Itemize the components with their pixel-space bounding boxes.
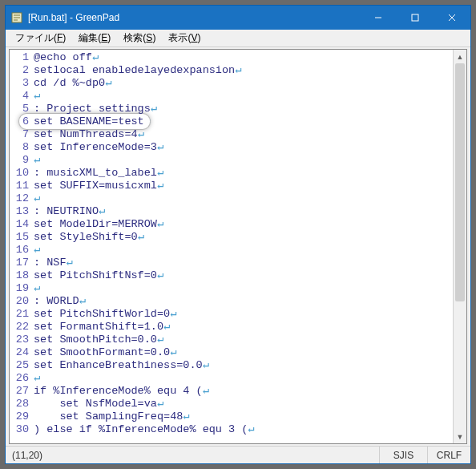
encoding-indicator[interactable]: SJIS bbox=[379, 447, 427, 463]
line-number: 25 bbox=[10, 359, 34, 372]
code-line[interactable]: 12↵ bbox=[10, 192, 453, 205]
code-line[interactable]: 17: NSF↵ bbox=[10, 257, 453, 269]
line-text: set FormantShift=1.0 bbox=[34, 321, 163, 334]
code-line[interactable]: 9↵ bbox=[10, 154, 453, 167]
code-line[interactable]: 19↵ bbox=[10, 282, 453, 295]
newline-mark-icon: ↵ bbox=[34, 154, 40, 167]
menu-file[interactable]: ファイル(F) bbox=[9, 30, 72, 46]
newline-mark-icon: ↵ bbox=[235, 64, 241, 77]
code-line[interactable]: 27if %InferenceMode% equ 4 (↵ bbox=[10, 385, 453, 398]
line-text: set SmoothFormant=0.0 bbox=[34, 346, 170, 359]
code-line[interactable]: 26↵ bbox=[10, 372, 453, 385]
newline-mark-icon: ↵ bbox=[138, 231, 144, 244]
newline-mark-icon: ↵ bbox=[157, 180, 163, 192]
line-number: 26 bbox=[10, 372, 34, 385]
scroll-down-button[interactable]: ▼ bbox=[454, 430, 466, 443]
line-text: : Project settings bbox=[34, 103, 151, 115]
newline-mark-icon: ↵ bbox=[105, 77, 111, 90]
code-line[interactable]: 5: Project settings↵ bbox=[10, 103, 453, 115]
close-button[interactable] bbox=[434, 6, 470, 30]
line-text: : WORLD bbox=[34, 295, 79, 308]
newline-mark-icon: ↵ bbox=[203, 359, 209, 372]
newline-mark-icon: ↵ bbox=[157, 398, 163, 410]
line-text: cd /d %~dp0 bbox=[34, 77, 105, 90]
newline-mark-icon: ↵ bbox=[34, 90, 40, 103]
code-line[interactable]: 30) else if %InferenceMode% equ 3 (↵ bbox=[10, 423, 453, 436]
line-number: 30 bbox=[10, 423, 34, 436]
line-number: 13 bbox=[10, 205, 34, 218]
statusbar: (11,20) SJIS CRLF bbox=[6, 446, 470, 463]
line-text: ) else if %InferenceMode% equ 3 ( bbox=[34, 423, 248, 436]
scroll-up-button[interactable]: ▲ bbox=[454, 50, 466, 63]
line-number: 14 bbox=[10, 218, 34, 231]
newline-mark-icon: ↵ bbox=[157, 141, 163, 154]
text-editor[interactable]: 1@echo off↵2setlocal enabledelayedexpans… bbox=[10, 50, 453, 443]
newline-mark-icon: ↵ bbox=[157, 218, 163, 231]
code-line[interactable]: 2setlocal enabledelayedexpansion↵ bbox=[10, 64, 453, 77]
newline-mark-icon: ↵ bbox=[157, 269, 163, 282]
code-line[interactable]: 24set SmoothFormant=0.0↵ bbox=[10, 346, 453, 359]
code-line[interactable]: 1@echo off↵ bbox=[10, 51, 453, 64]
newline-mark-icon: ↵ bbox=[170, 346, 176, 359]
menu-view[interactable]: 表示(V) bbox=[162, 30, 207, 46]
newline-mark-icon: ↵ bbox=[157, 334, 163, 346]
line-number: 24 bbox=[10, 346, 34, 359]
minimize-button[interactable] bbox=[360, 6, 397, 30]
code-line[interactable]: 4↵ bbox=[10, 90, 453, 103]
code-line[interactable]: 6set BASENAME=test↵ bbox=[10, 115, 453, 128]
code-line[interactable]: 10: musicXML_to_label↵ bbox=[10, 167, 453, 180]
code-line[interactable]: 28 set NsfModel=va↵ bbox=[10, 398, 453, 410]
newline-mark-icon: ↵ bbox=[34, 244, 40, 257]
code-line[interactable]: 25set EnhanceBreathiness=0.0↵ bbox=[10, 359, 453, 372]
newline-mark-icon: ↵ bbox=[203, 385, 209, 398]
line-number: 7 bbox=[10, 128, 34, 141]
code-line[interactable]: 11set SUFFIX=musicxml↵ bbox=[10, 180, 453, 192]
newline-mark-icon: ↵ bbox=[34, 282, 40, 295]
line-text: set PitchShiftNsf=0 bbox=[34, 269, 157, 282]
line-number: 3 bbox=[10, 77, 34, 90]
line-number: 21 bbox=[10, 308, 34, 321]
code-line[interactable]: 23set SmoothPitch=0.0↵ bbox=[10, 334, 453, 346]
window-controls bbox=[360, 6, 470, 30]
line-text: set SUFFIX=musicxml bbox=[34, 180, 157, 192]
line-text: if %InferenceMode% equ 4 ( bbox=[34, 385, 203, 398]
code-line[interactable]: 18set PitchShiftNsf=0↵ bbox=[10, 269, 453, 282]
newline-mark-icon: ↵ bbox=[144, 115, 151, 128]
line-text: setlocal enabledelayedexpansion bbox=[34, 64, 235, 77]
code-line[interactable]: 20: WORLD↵ bbox=[10, 295, 453, 308]
code-line[interactable]: 3cd /d %~dp0↵ bbox=[10, 77, 453, 90]
newline-mark-icon: ↵ bbox=[163, 321, 170, 334]
svg-rect-5 bbox=[412, 14, 418, 21]
line-number: 18 bbox=[10, 269, 34, 282]
newline-mark-icon: ↵ bbox=[79, 295, 86, 308]
code-line[interactable]: 8set InferenceMode=3↵ bbox=[10, 141, 453, 154]
line-number: 11 bbox=[10, 180, 34, 192]
newline-mark-icon: ↵ bbox=[34, 372, 40, 385]
line-text: @echo off bbox=[34, 51, 92, 64]
code-line[interactable]: 21set PitchShiftWorld=0↵ bbox=[10, 308, 453, 321]
code-line[interactable]: 7set NumThreads=4↵ bbox=[10, 128, 453, 141]
scroll-track[interactable] bbox=[454, 63, 466, 430]
line-number: 5 bbox=[10, 103, 34, 115]
eol-indicator[interactable]: CRLF bbox=[427, 447, 470, 463]
menu-edit[interactable]: 編集(E) bbox=[72, 30, 117, 46]
code-line[interactable]: 15set StyleShift=0↵ bbox=[10, 231, 453, 244]
newline-mark-icon: ↵ bbox=[170, 308, 176, 321]
code-line[interactable]: 13: NEUTRINO↵ bbox=[10, 205, 453, 218]
line-text: : musicXML_to_label bbox=[34, 167, 157, 180]
line-number: 22 bbox=[10, 321, 34, 334]
scroll-thumb[interactable] bbox=[455, 63, 465, 301]
code-line[interactable]: 22set FormantShift=1.0↵ bbox=[10, 321, 453, 334]
maximize-button[interactable] bbox=[397, 6, 434, 30]
line-number: 8 bbox=[10, 141, 34, 154]
line-number: 19 bbox=[10, 282, 34, 295]
code-line[interactable]: 14set ModelDir=MERROW↵ bbox=[10, 218, 453, 231]
vertical-scrollbar[interactable]: ▲ ▼ bbox=[453, 50, 466, 443]
line-number: 16 bbox=[10, 244, 34, 257]
line-number: 27 bbox=[10, 385, 34, 398]
code-line[interactable]: 16↵ bbox=[10, 244, 453, 257]
line-text: : NEUTRINO bbox=[34, 205, 99, 218]
titlebar[interactable]: [Run.bat] - GreenPad bbox=[6, 6, 470, 30]
menu-search[interactable]: 検索(S) bbox=[117, 30, 162, 46]
code-line[interactable]: 29 set SamplingFreq=48↵ bbox=[10, 410, 453, 423]
